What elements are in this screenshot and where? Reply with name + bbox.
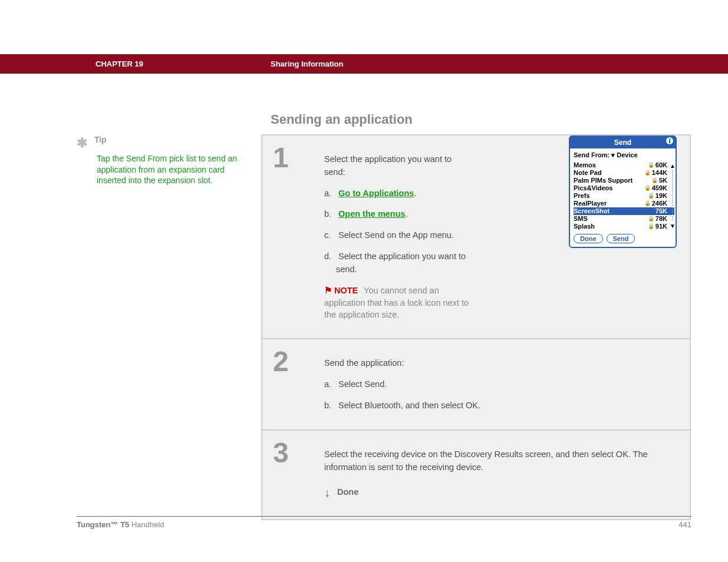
tip-block: ✱ Tip Tap the Send From pick list to sen… — [77, 134, 248, 186]
tip-label: Tip — [94, 135, 107, 144]
asterisk-icon: ✱ — [77, 135, 87, 150]
step-2: 2 Send the application: a. Select Send. … — [262, 339, 690, 429]
tip-text: Tap the Send From pick list to send an a… — [97, 153, 248, 187]
lock-icon: 🔒 — [644, 169, 651, 177]
open-the-menus-link[interactable]: Open the menus — [338, 209, 406, 219]
step-1-body: Select the application you want to send:… — [324, 135, 690, 338]
step-1d: d. Select the application you want to se… — [324, 250, 472, 276]
lock-icon: 🔒 — [648, 192, 654, 200]
step-number: 3 — [262, 431, 324, 519]
scroll-up-icon[interactable]: ▲ — [670, 161, 676, 170]
list-item[interactable]: Note Pad🔒144K — [574, 169, 674, 177]
list-item[interactable]: SMS🔒78K — [574, 215, 674, 223]
dropdown-icon[interactable]: ▾ — [611, 151, 617, 158]
lock-icon: 🔒 — [644, 184, 651, 192]
info-icon[interactable]: i — [666, 137, 673, 144]
list-item[interactable]: Memos🔒60K — [574, 161, 674, 169]
lock-icon: 🔒 — [644, 200, 651, 207]
send-from-row: Send From: ▾ Device — [570, 148, 676, 161]
step-1: 1 Select the application you want to sen… — [262, 135, 690, 338]
step-number: 2 — [262, 339, 324, 429]
palm-app-list: Memos🔒60K Note Pad🔒144K Palm PIMs Suppor… — [570, 161, 676, 230]
list-item[interactable]: Splash🔒91K — [574, 223, 674, 230]
palm-send-button[interactable]: Send — [607, 234, 635, 243]
list-item[interactable]: Pics&Videos🔒459K — [574, 184, 674, 192]
step-2-intro: Send the application: — [324, 357, 677, 370]
go-to-applications-link[interactable]: Go to Applications — [338, 189, 414, 198]
list-item[interactable]: Palm PIMs Support🔒5K — [574, 177, 674, 184]
done-label: Done — [337, 486, 358, 499]
note-block: ⚑NOTE You cannot send an application tha… — [324, 284, 472, 320]
list-item[interactable]: Prefs🔒19K — [574, 192, 674, 200]
lock-icon: 🔒 — [648, 161, 654, 169]
section-title: Sending an application — [271, 112, 413, 127]
note-label: NOTE — [334, 286, 358, 295]
footer: Tungsten™ T5 Handheld 441 — [77, 516, 691, 529]
steps-container: 1 Select the application you want to sen… — [261, 134, 691, 520]
send-from-value[interactable]: Device — [617, 151, 637, 158]
step-1-intro: Select the application you want to send: — [324, 153, 472, 179]
chapter-label: CHAPTER 19 — [95, 59, 143, 68]
down-arrow-icon: ↓ — [324, 484, 330, 501]
list-item-selected[interactable]: ScreenShot75K — [574, 207, 674, 215]
step-number: 1 — [262, 135, 324, 338]
palm-done-button[interactable]: Done — [574, 234, 603, 243]
palm-title: Send i — [570, 137, 676, 148]
done-line: ↓ Done — [324, 484, 677, 501]
page-number: 441 — [678, 520, 691, 529]
palm-send-dialog: Send i Send From: ▾ Device Memos🔒60K Not… — [569, 135, 677, 248]
chapter-topic: Sharing Information — [271, 59, 344, 68]
product-name: Tungsten™ T5 Handheld — [77, 520, 164, 529]
chapter-header: CHAPTER 19 Sharing Information — [0, 54, 728, 74]
step-2b: b. Select Bluetooth, and then select OK. — [324, 399, 677, 412]
step-3-text: Select the receiving device on the Disco… — [324, 448, 677, 474]
step-3-body: Select the receiving device on the Disco… — [324, 431, 690, 519]
scroll-down-icon[interactable]: ▼ — [670, 222, 676, 230]
flag-icon: ⚑ — [324, 285, 332, 295]
list-item[interactable]: RealPlayer🔒246K — [574, 200, 674, 207]
lock-icon: 🔒 — [651, 177, 658, 184]
step-2-body: Send the application: a. Select Send. b.… — [324, 339, 690, 429]
step-3: 3 Select the receiving device on the Dis… — [262, 431, 690, 519]
scrollbar[interactable]: ▲ ▼ — [670, 161, 675, 230]
lock-icon: 🔒 — [648, 215, 654, 223]
step-2a: a. Select Send. — [324, 378, 677, 391]
lock-icon: 🔒 — [648, 223, 654, 230]
